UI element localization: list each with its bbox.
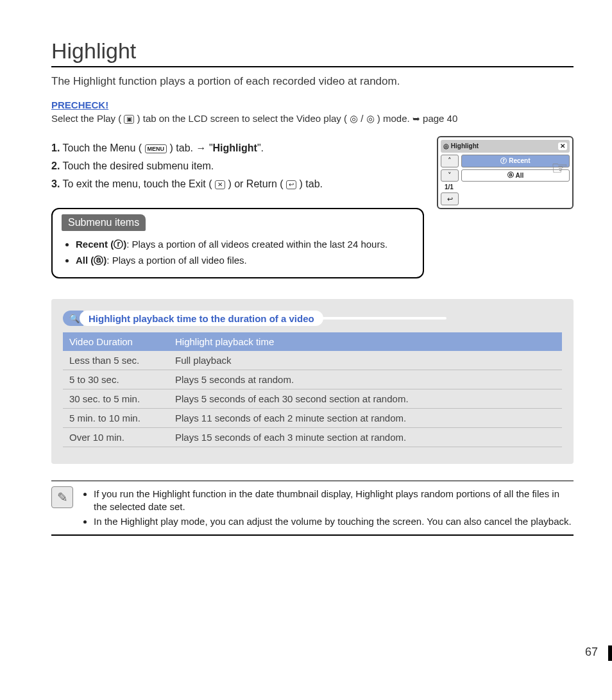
recent-small-icon: ⓡ bbox=[114, 239, 123, 250]
device-close-icon[interactable]: ✕ bbox=[558, 142, 567, 150]
table-row: Over 10 min.Plays 15 seconds of each 3 m… bbox=[63, 428, 562, 447]
t: To exit the menu, touch the Exit ( bbox=[63, 178, 212, 189]
precheck-label: PRECHECK! bbox=[51, 99, 574, 110]
note-1: If you run the Highlight function in the… bbox=[94, 488, 574, 514]
device-all-item[interactable]: ⓐ All bbox=[461, 169, 570, 182]
page-number: 67 bbox=[585, 645, 598, 659]
t: Touch the desired submenu item. bbox=[63, 160, 214, 171]
submenu-box: Submenu items Recent (ⓡ): Plays a portio… bbox=[51, 208, 424, 278]
pill-tail bbox=[318, 317, 446, 320]
highlight-table: Video Duration Highlight playback time L… bbox=[63, 332, 562, 447]
device-back-button[interactable]: ↩ bbox=[441, 192, 459, 205]
table-row: Less than 5 sec.Full playback bbox=[63, 351, 562, 370]
return-tab-icon: ↩ bbox=[286, 180, 296, 189]
t: ) mode. bbox=[377, 113, 412, 124]
table-row: 5 min. to 10 min.Plays 11 seconds of eac… bbox=[63, 409, 562, 428]
submenu-heading: Submenu items bbox=[62, 214, 146, 231]
intro-text: The Highlight function plays a portion o… bbox=[51, 75, 574, 88]
submenu-item-all: All (ⓐ): Plays a portion of all video fi… bbox=[76, 253, 412, 267]
video-play-icon-a: ◎ bbox=[350, 113, 358, 124]
note-icon: ✎ bbox=[51, 486, 73, 508]
t: ) tab on the LCD screen to select the Vi… bbox=[137, 113, 347, 124]
note-2: In the Highlight play mode, you can adju… bbox=[94, 515, 574, 528]
table-row: 5 to 30 sec.Plays 5 seconds at random. bbox=[63, 370, 562, 389]
play-tab-icon: ▣ bbox=[124, 115, 134, 124]
step-1: 1. Touch the Menu ( MENU ) tab. → "Highl… bbox=[51, 142, 424, 154]
page-number-bar bbox=[608, 645, 612, 661]
th-time: Highlight playback time bbox=[169, 332, 562, 351]
page-title: Highlight bbox=[51, 38, 574, 67]
device-up-button[interactable]: ˄ bbox=[441, 155, 459, 167]
recent-icon: ⓡ bbox=[500, 157, 507, 166]
all-small-icon: ⓐ bbox=[94, 255, 103, 266]
video-play-icon-b: ◎ bbox=[366, 113, 375, 124]
all-icon: ⓐ bbox=[507, 171, 514, 180]
table-row: 30 sec. to 5 min.Plays 5 seconds of each… bbox=[63, 389, 562, 409]
device-recent-item[interactable]: ⓡ Recent bbox=[461, 155, 570, 167]
menu-tab-icon: MENU bbox=[145, 144, 167, 153]
device-page-indicator: 1/1 bbox=[441, 184, 570, 191]
submenu-item-recent: Recent (ⓡ): Plays a portion of all video… bbox=[76, 237, 412, 251]
t: ) or Return ( bbox=[228, 178, 283, 189]
exit-tab-icon: ✕ bbox=[215, 180, 225, 189]
precheck-text: Select the Play ( ▣ ) tab on the LCD scr… bbox=[51, 113, 574, 124]
t: ) tab. → " bbox=[170, 142, 213, 153]
arrow-icon: ➥ bbox=[412, 114, 420, 124]
t: / bbox=[361, 113, 363, 124]
t: ) tab. bbox=[300, 178, 323, 189]
th-duration: Video Duration bbox=[63, 332, 169, 351]
notes-section: ✎ If you run the Highlight function in t… bbox=[51, 481, 574, 536]
step-3: 3. To exit the menu, touch the Exit ( ✕ … bbox=[51, 178, 424, 190]
page-ref: page 40 bbox=[423, 113, 457, 124]
device-preview: ◎ Highlight ✕ ˄ ⓡ Recent ˅ ⓐ All 1/1 ↩ ☞ bbox=[437, 136, 574, 209]
t: Select the Play ( bbox=[51, 113, 121, 124]
device-title: ◎ Highlight bbox=[443, 142, 479, 149]
device-down-button[interactable]: ˅ bbox=[441, 169, 459, 182]
t: ". bbox=[257, 142, 264, 153]
t: : Plays a portion of all videos created … bbox=[126, 239, 387, 250]
table-panel: 🔍 Highlight playback time to the duratio… bbox=[51, 299, 574, 464]
t: All ( bbox=[76, 255, 94, 266]
t: : Plays a portion of all video files. bbox=[106, 255, 246, 266]
highlight-word: Highlight bbox=[213, 142, 257, 153]
table-caption: Highlight playback time to the duration … bbox=[80, 311, 323, 326]
t: Recent ( bbox=[76, 239, 114, 250]
step-2: 2. Touch the desired submenu item. bbox=[51, 160, 424, 172]
t: Touch the Menu ( bbox=[63, 142, 142, 153]
